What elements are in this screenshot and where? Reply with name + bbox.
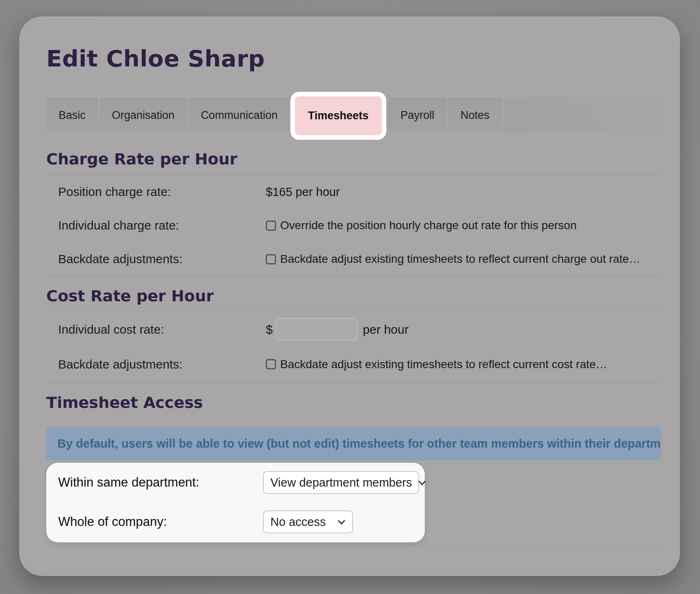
page-title: Edit Chloe Sharp	[46, 45, 661, 72]
info-banner: By default, users will be able to view (…	[46, 427, 661, 460]
individual-cost-rate-label: Individual cost rate:	[58, 323, 266, 337]
tab-bar: Basic Organisation Communication Timeshe…	[46, 97, 661, 136]
divider	[46, 546, 661, 546]
cost-rate-heading: Cost Rate per Hour	[46, 287, 661, 305]
backdate-charge-row: Backdate adjustments: Backdate adjust ex…	[46, 242, 661, 276]
tab-bar-filler	[503, 97, 661, 133]
backdate-charge-text: Backdate adjust existing timesheets to r…	[280, 253, 640, 266]
backdate-cost-label: Backdate adjustments:	[58, 357, 266, 371]
tab-timesheets[interactable]: Timesheets	[295, 96, 382, 135]
charge-rate-heading: Charge Rate per Hour	[46, 150, 661, 168]
info-banner-text: By default, users will be able to view (…	[57, 437, 661, 451]
within-department-row: Within same department: View department …	[46, 465, 425, 500]
chevron-down-icon	[418, 478, 426, 485]
edit-person-card: Edit Chloe Sharp Basic Organisation Comm…	[19, 16, 680, 576]
individual-charge-rate-label: Individual charge rate:	[58, 218, 266, 232]
whole-company-label: Whole of company:	[58, 514, 263, 529]
backdate-charge-checkbox[interactable]	[266, 254, 276, 264]
tab-organisation[interactable]: Organisation	[100, 97, 187, 133]
divider	[46, 382, 661, 382]
whole-company-selected-value: No access	[270, 515, 326, 529]
individual-cost-rate-row: Individual cost rate: $ per hour	[46, 312, 661, 347]
backdate-cost-checkbox[interactable]	[266, 359, 276, 369]
position-charge-rate-label: Position charge rate:	[58, 185, 266, 199]
position-charge-rate-row: Position charge rate: $165 per hour	[46, 175, 661, 209]
backdate-charge-label: Backdate adjustments:	[58, 252, 266, 266]
tab-communication[interactable]: Communication	[188, 97, 290, 133]
override-charge-rate-text: Override the position hourly charge out …	[280, 219, 577, 232]
individual-cost-rate-input[interactable]	[276, 318, 358, 341]
chevron-down-icon	[338, 517, 345, 524]
access-spotlight-group: Within same department: View department …	[46, 463, 425, 542]
within-department-select[interactable]: View department members	[263, 471, 419, 494]
within-department-selected-value: View department members	[270, 476, 412, 489]
timesheet-access-heading: Timesheet Access	[46, 394, 661, 412]
divider	[46, 276, 661, 276]
within-department-label: Within same department:	[58, 475, 263, 490]
backdate-cost-text: Backdate adjust existing timesheets to r…	[280, 358, 607, 371]
per-hour-suffix: per hour	[363, 323, 409, 337]
backdate-cost-row: Backdate adjustments: Backdate adjust ex…	[46, 347, 661, 382]
tab-payroll[interactable]: Payroll	[388, 97, 447, 133]
currency-prefix: $	[266, 323, 273, 337]
whole-company-row: Whole of company: No access	[46, 505, 425, 539]
whole-company-select[interactable]: No access	[263, 510, 353, 533]
tab-basic[interactable]: Basic	[46, 97, 98, 133]
override-charge-rate-checkbox[interactable]	[266, 221, 276, 231]
individual-charge-rate-row: Individual charge rate: Override the pos…	[46, 209, 661, 242]
tab-notes[interactable]: Notes	[448, 97, 502, 133]
position-charge-rate-value: $165 per hour	[266, 185, 340, 199]
